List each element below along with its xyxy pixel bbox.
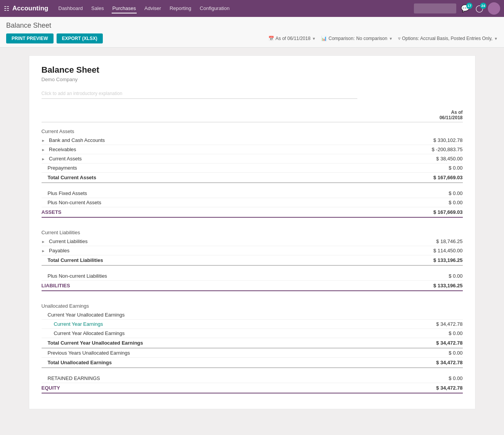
current-assets-sub-value: $ 38,450.00	[357, 154, 463, 163]
current-assets-sub-row[interactable]: ► Current Assets $ 38,450.00	[42, 154, 463, 163]
comparison-label: Comparison:	[328, 36, 355, 41]
table-header-row: As of06/11/2018	[42, 108, 463, 122]
payables-row[interactable]: ► Payables $ 114,450.00	[42, 246, 463, 255]
total-current-year-unallocated-row: Total Current Year Unallocated Earnings …	[42, 338, 463, 348]
report-title: Balance Sheet	[42, 65, 463, 75]
current-liabilities-section-label: Current Liabilities	[42, 223, 463, 237]
plus-fixed-assets-label: Plus Fixed Assets	[42, 189, 358, 198]
nav-configuration[interactable]: Configuration	[199, 4, 230, 13]
equity-total-row: EQUITY $ 34,472.78	[42, 383, 463, 393]
date-dropdown-arrow: ▼	[312, 37, 316, 41]
current-year-unallocated-row: Current Year Unallocated Earnings	[42, 310, 463, 320]
date-filter[interactable]: 📅 As of 06/11/2018 ▼	[268, 36, 316, 41]
total-unallocated-row: Total Unallocated Earnings $ 34,472.78	[42, 358, 463, 368]
receivables-label: ► Receivables	[42, 145, 358, 154]
plus-noncurrent-assets-row[interactable]: Plus Non-current Assets $ 0.00	[42, 198, 463, 207]
current-year-allocated-label: Current Year Allocated Earnings	[42, 329, 358, 338]
current-assets-label: Current Assets	[42, 122, 463, 136]
current-liabilities-row[interactable]: ► Current Liabilities $ 18,746.25	[42, 237, 463, 246]
balance-sheet-table: As of06/11/2018 Current Assets ► Bank an…	[42, 108, 463, 393]
payables-expand-arrow: ►	[42, 249, 45, 253]
messages-button[interactable]: 💬 17	[459, 4, 471, 13]
plus-fixed-assets-row[interactable]: Plus Fixed Assets $ 0.00	[42, 189, 463, 198]
page-title: Balance Sheet	[6, 22, 498, 30]
subheader: Balance Sheet PRINT PREVIEW EXPORT (XLSX…	[0, 17, 504, 48]
options-label: Options: Accrual Basis, Posted Entries O…	[402, 36, 492, 41]
plus-noncurrent-liabilities-label: Plus Non-current Liabilities	[42, 272, 358, 281]
plus-noncurrent-liabilities-row[interactable]: Plus Non-current Liabilities $ 0.00	[42, 272, 463, 281]
avatar[interactable]	[488, 2, 500, 15]
nav-adviser[interactable]: Adviser	[144, 4, 162, 13]
payables-value: $ 114,450.00	[357, 246, 463, 255]
retained-earnings-value: $ 0.00	[357, 374, 463, 383]
search-input[interactable]	[414, 3, 456, 13]
total-current-year-unallocated-value: $ 34,472.78	[357, 338, 463, 348]
receivables-row[interactable]: ► Receivables $ -200,883.75	[42, 145, 463, 154]
payables-label: ► Payables	[42, 246, 358, 255]
comparison-dropdown-arrow: ▼	[389, 37, 393, 41]
nav-purchases[interactable]: Purchases	[112, 4, 137, 13]
activity-badge: 24	[480, 3, 486, 9]
print-preview-button[interactable]: PRINT PREVIEW	[6, 33, 54, 43]
current-year-earnings-value: $ 34,472.78	[357, 320, 463, 329]
total-unallocated-value: $ 34,472.78	[357, 358, 463, 368]
prepayments-value: $ 0.00	[357, 163, 463, 173]
current-year-unallocated-label: Current Year Unallocated Earnings	[42, 310, 358, 320]
retained-earnings-row[interactable]: RETAINED EARNINGS $ 0.00	[42, 374, 463, 383]
chart-icon: 📊	[321, 36, 327, 41]
liabilities-value: $ 133,196.25	[357, 281, 463, 291]
nav-sales[interactable]: Sales	[90, 4, 105, 13]
filter-icon: ▿	[398, 36, 400, 41]
current-liabilities-expand-arrow: ►	[42, 240, 45, 244]
plus-noncurrent-liabilities-value: $ 0.00	[357, 272, 463, 281]
assets-value: $ 167,669.03	[357, 207, 463, 218]
main-content: Balance Sheet Demo Company Click to add …	[0, 48, 504, 417]
unallocated-earnings-section-title: Unallocated Earnings	[42, 297, 463, 310]
current-year-earnings-label: Current Year Earnings	[42, 320, 358, 329]
current-assets-sub-label: ► Current Assets	[42, 154, 358, 163]
plus-noncurrent-assets-value: $ 0.00	[357, 198, 463, 207]
bank-label: ► Bank and Cash Accounts	[42, 136, 358, 145]
grid-icon[interactable]: ☷	[4, 5, 9, 12]
current-year-earnings-row[interactable]: Current Year Earnings $ 34,472.78	[42, 320, 463, 329]
options-filter[interactable]: ▿ Options: Accrual Basis, Posted Entries…	[398, 36, 498, 41]
nav-dashboard[interactable]: Dashboard	[58, 4, 84, 13]
current-year-allocated-row: Current Year Allocated Earnings $ 0.00	[42, 329, 463, 338]
retained-earnings-label: RETAINED EARNINGS	[42, 374, 358, 383]
bank-expand-arrow: ►	[42, 138, 45, 143]
options-dropdown-arrow: ▼	[494, 37, 498, 41]
toolbar: PRINT PREVIEW EXPORT (XLSX) 📅 As of 06/1…	[6, 33, 498, 47]
liabilities-total-row: LIABILITIES $ 133,196.25	[42, 281, 463, 291]
bank-row[interactable]: ► Bank and Cash Accounts $ 330,102.78	[42, 136, 463, 145]
prepayments-label: Prepayments	[42, 163, 358, 173]
intro-placeholder[interactable]: Click to add an introductory explanation	[42, 88, 358, 99]
spacer2	[42, 217, 463, 223]
filter-group: 📅 As of 06/11/2018 ▼ 📊 Comparison: No co…	[268, 36, 498, 41]
current-year-allocated-value: $ 0.00	[357, 329, 463, 338]
right-icons: 💬 17 ◯ 24	[414, 2, 500, 15]
messages-badge: 17	[466, 3, 472, 9]
total-current-liabilities-value: $ 133,196.25	[357, 255, 463, 266]
calendar-icon: 📅	[268, 36, 274, 41]
receivables-value: $ -200,883.75	[357, 145, 463, 154]
plus-noncurrent-assets-label: Plus Non-current Assets	[42, 198, 358, 207]
current-liabilities-value: $ 18,746.25	[357, 237, 463, 246]
liabilities-label: LIABILITIES	[42, 281, 358, 291]
report-company: Demo Company	[42, 77, 463, 82]
nav-reporting[interactable]: Reporting	[169, 4, 192, 13]
previous-years-unallocated-row: Previous Years Unallocated Earnings $ 0.…	[42, 348, 463, 358]
current-assets-section-title: Current Assets	[42, 122, 463, 136]
export-button[interactable]: EXPORT (XLSX)	[57, 33, 103, 43]
nav-menu: Dashboard Sales Purchases Adviser Report…	[58, 4, 414, 13]
report-container: Balance Sheet Demo Company Click to add …	[29, 55, 476, 409]
current-assets-sub-expand-arrow: ►	[42, 157, 45, 161]
total-current-liabilities-row: Total Current Liabilities $ 133,196.25	[42, 255, 463, 266]
brand-label: Accounting	[12, 5, 49, 12]
activity-button[interactable]: ◯ 24	[474, 4, 485, 13]
current-liabilities-label: ► Current Liabilities	[42, 237, 358, 246]
assets-label: ASSETS	[42, 207, 358, 218]
no-comparison-label: No comparison	[356, 36, 387, 41]
current-liabilities-section-title: Current Liabilities	[42, 223, 463, 237]
total-current-year-unallocated-label: Total Current Year Unallocated Earnings	[42, 338, 358, 348]
comparison-filter[interactable]: 📊 Comparison: No comparison ▼	[321, 36, 393, 41]
